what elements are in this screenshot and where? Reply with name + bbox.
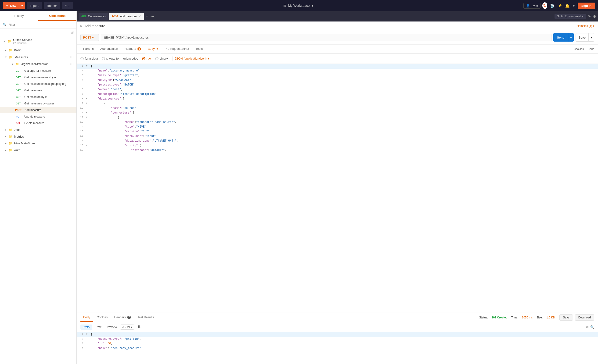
raw-option[interactable]: raw xyxy=(142,57,151,60)
method-label: POST xyxy=(83,36,91,39)
request-get-measure-names-group[interactable]: GET Get measure names group by org xyxy=(0,81,76,87)
url-input[interactable] xyxy=(101,34,551,41)
folder-basic[interactable]: ▶ 📁 Basic xyxy=(0,47,76,54)
form-data-option[interactable]: form-data xyxy=(80,57,98,60)
filter-input[interactable] xyxy=(8,23,74,26)
request-label-9: Delete measure xyxy=(24,121,44,125)
format-type-selector[interactable]: JSON ▾ xyxy=(120,324,134,330)
request-get-measure-by-id[interactable]: GET Get measure by id xyxy=(0,94,76,100)
req-tab-body[interactable]: Body ● xyxy=(145,45,161,53)
sync-icon[interactable]: ↻ xyxy=(542,2,547,9)
lightning-icon[interactable]: ⚡ xyxy=(557,3,562,8)
folder-orgnization[interactable]: ▼ 📁 OrgnizationDimension ••• xyxy=(0,61,76,67)
signin-button[interactable]: Sign In xyxy=(578,3,595,9)
binary-option[interactable]: binary xyxy=(155,57,168,60)
request-del-delete[interactable]: DEL Delete measure xyxy=(0,120,76,126)
res-tab-body[interactable]: Body xyxy=(80,313,93,322)
heart-icon[interactable]: ♥ xyxy=(573,3,575,8)
save-button[interactable]: Save ▾ xyxy=(576,33,594,41)
workspace-selector[interactable]: ⊞ My Workspace ▾ xyxy=(75,4,522,8)
new-button[interactable]: ＋ New ▾ xyxy=(3,2,25,9)
nav-right-actions: ↻ 📡 ⚡ 🔔 ♥ Sign In xyxy=(542,2,595,9)
folder-measures[interactable]: ▼ 📁 Measures ••• xyxy=(0,54,76,61)
satellite-icon[interactable]: 📡 xyxy=(550,3,555,8)
res-tab-cookies[interactable]: Cookies xyxy=(94,313,111,322)
req-tab-params[interactable]: Params xyxy=(80,45,97,53)
environment-selector[interactable]: Griffin Environment ▾ xyxy=(555,14,586,19)
send-dropdown-arrow[interactable]: ▾ xyxy=(568,33,574,41)
binary-radio[interactable] xyxy=(155,57,158,60)
main-layout: History Collections 🔍 ⊞ ▼ 📁 Griffin Serv… xyxy=(0,11,598,364)
import-button[interactable]: Import xyxy=(27,2,42,9)
org-menu-icon[interactable]: ••• xyxy=(70,62,74,66)
req-tab-headers[interactable]: Headers 1 xyxy=(122,45,144,53)
request-get-measure-names[interactable]: GET Get measure names by org xyxy=(0,74,76,81)
code-line-5: 5 "process.type":"BATCH", xyxy=(77,83,598,87)
urlencoded-radio[interactable] xyxy=(102,57,105,60)
format-pretty-button[interactable]: Pretty xyxy=(80,324,92,330)
response-save-button[interactable]: Save xyxy=(559,315,573,321)
res-tab-headers[interactable]: Headers 7 xyxy=(111,313,134,322)
req-tab-prerequest[interactable]: Pre-request Script xyxy=(162,45,192,53)
tab-close-icon[interactable]: ✕ xyxy=(139,15,141,18)
folder-metrics[interactable]: ▶ 📁 Metrics xyxy=(0,133,76,140)
sort-icon-button[interactable]: ⇅ xyxy=(135,324,143,330)
form-data-radio[interactable] xyxy=(80,57,84,60)
response-download-button[interactable]: Download xyxy=(575,315,594,321)
search-response-button[interactable]: 🔍 xyxy=(590,325,594,329)
size-value: 1.5 KB xyxy=(546,316,555,319)
send-button[interactable]: Send ▾ xyxy=(553,33,574,41)
fork-button[interactable]: ⑂ ▾ xyxy=(62,2,73,9)
raw-radio[interactable] xyxy=(142,57,145,60)
cookies-link[interactable]: Cookies xyxy=(574,48,584,51)
urlencoded-option[interactable]: x-www-form-urlencoded xyxy=(102,57,138,60)
json-type-label: JSON (application/json) xyxy=(175,57,207,60)
request-get-measures[interactable]: GET Get measures xyxy=(0,87,76,94)
request-code-editor[interactable]: 1 ▼ { 2 "name":"accuracy_measure", 3 "me… xyxy=(77,64,598,313)
tab-collections[interactable]: Collections xyxy=(38,11,77,21)
save-dropdown-arrow[interactable]: ▾ xyxy=(589,33,594,41)
new-dropdown-arrow[interactable]: ▾ xyxy=(19,2,25,9)
folder-hive[interactable]: ▶ 📁 Hive MetaStore xyxy=(0,140,76,147)
tab-more-icon[interactable]: ••• xyxy=(150,15,154,18)
tab-history[interactable]: History xyxy=(0,11,38,21)
settings-icon[interactable]: ⚙ xyxy=(593,14,596,19)
folder-auth[interactable]: ▶ 📁 Auth xyxy=(0,147,76,154)
tab-add-button[interactable]: + xyxy=(144,13,150,19)
bell-icon[interactable]: 🔔 xyxy=(565,3,570,8)
new-label: New xyxy=(10,4,16,8)
eye-icon[interactable]: 👁 xyxy=(588,15,591,18)
method-selector[interactable]: POST ▾ xyxy=(80,34,99,41)
collapse-arrow-icon[interactable]: ▶ xyxy=(80,24,83,28)
request-label-5: Get measure by id xyxy=(24,95,47,99)
tab-get-label: Get measures xyxy=(88,15,106,18)
response-format-bar: Pretty Raw Preview JSON ▾ ⇅ ⧉ 🔍 xyxy=(77,322,598,332)
request-put-update[interactable]: PUT Update measure xyxy=(0,113,76,120)
request-post-add-measure[interactable]: POST Add measure xyxy=(0,107,76,113)
workspace-label: My Workspace xyxy=(288,4,309,8)
runner-button[interactable]: Runner xyxy=(44,2,60,9)
request-get-orgs[interactable]: GET Get orgs for measure xyxy=(0,67,76,74)
folder-jobs[interactable]: ▶ 📁 Jobs xyxy=(0,126,76,133)
new-collection-icon[interactable]: ⊞ xyxy=(71,30,74,34)
tab-post-add-measure[interactable]: POST Add measure ✕ xyxy=(109,13,144,20)
invite-button[interactable]: 👤 Invite xyxy=(523,3,540,9)
code-link[interactable]: Code xyxy=(588,48,594,51)
code-line-15: 15 "version":"1.2", xyxy=(77,129,598,134)
req-tab-tests[interactable]: Tests xyxy=(193,45,206,53)
json-type-selector[interactable]: JSON (application/json) ▾ xyxy=(173,56,211,61)
request-title: ▶ Add measure xyxy=(80,24,105,28)
copy-icon-button[interactable]: ⧉ xyxy=(586,325,589,329)
format-preview-button[interactable]: Preview xyxy=(105,324,119,330)
chevron-right-icon: ▶ xyxy=(5,49,7,51)
measures-menu-icon[interactable]: ••• xyxy=(70,55,74,59)
method-get-badge-6: GET xyxy=(14,102,22,105)
format-raw-button[interactable]: Raw xyxy=(93,324,104,330)
request-get-measures-by-owner[interactable]: GET Get measures by owner xyxy=(0,100,76,107)
response-code-editor[interactable]: 1 ▼ { 2 "measure.type": "griffin", 3 xyxy=(77,332,598,364)
res-tab-test-results[interactable]: Test Results xyxy=(135,313,157,322)
req-tab-auth[interactable]: Authorization xyxy=(98,45,121,53)
collection-griffin-service[interactable]: ▼ 📁 Griffin Service 27 requests xyxy=(0,36,76,47)
tab-get-measures[interactable]: GET Get measures xyxy=(79,13,108,20)
examples-link[interactable]: Examples (1) ▾ xyxy=(576,24,594,28)
